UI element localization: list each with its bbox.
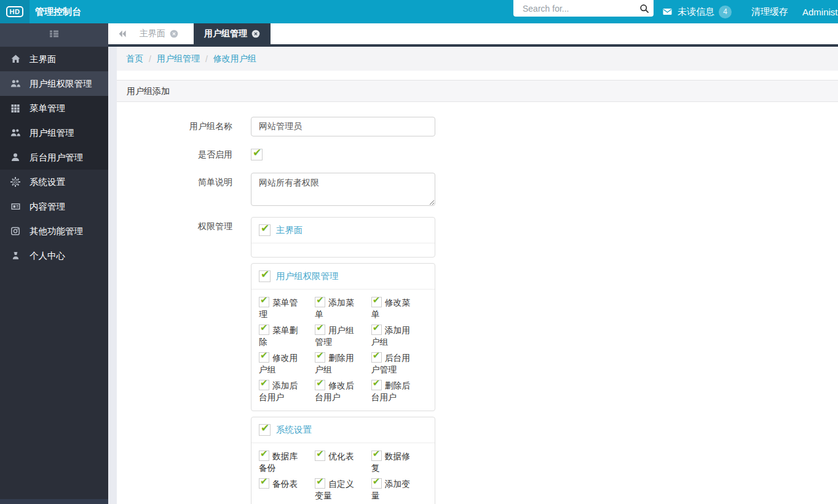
checkbox-checked[interactable] <box>259 380 269 390</box>
checkbox-checked[interactable] <box>259 424 271 436</box>
checkbox-checked[interactable] <box>259 297 269 307</box>
permission-item[interactable]: 菜单删除 <box>259 325 315 348</box>
search-icon[interactable] <box>635 0 654 17</box>
tab[interactable]: 用户组管理 <box>194 23 271 44</box>
checkbox-checked[interactable] <box>259 224 271 236</box>
description-textarea[interactable]: 网站所有者权限 <box>251 173 435 206</box>
checkbox-checked[interactable] <box>371 380 382 390</box>
content-gutter <box>108 47 117 504</box>
permission-group: 主界面 <box>251 217 435 258</box>
home-icon <box>10 54 21 64</box>
permission-group-link[interactable]: 系统设置 <box>276 424 312 436</box>
permission-item[interactable]: 菜单管理 <box>259 297 315 320</box>
permission-group-body: 数据库备份优化表数据修复备份表自定义变量添加变量 <box>251 443 435 504</box>
sidebar-item[interactable]: 内容管理 <box>0 194 108 219</box>
enabled-checkbox[interactable] <box>251 149 263 160</box>
permission-item[interactable]: 后台用户管理 <box>371 352 427 376</box>
clear-cache-button[interactable]: 清理缓存 <box>751 0 788 23</box>
app-title: 管理控制台 <box>35 0 81 23</box>
envelope-icon <box>662 7 673 17</box>
form: 用户组名称 是否启用 简单说明 网站所有者权限 权限管理 主界面用户组权限管理菜… <box>117 102 838 504</box>
checkbox-checked[interactable] <box>259 325 269 335</box>
app-logo[interactable]: HD <box>0 0 30 23</box>
gear-icon <box>10 177 21 187</box>
sidebar-item[interactable]: 菜单管理 <box>0 96 108 120</box>
grid-icon <box>10 103 21 113</box>
checkbox-checked[interactable] <box>259 451 269 461</box>
checkbox-checked[interactable] <box>371 478 382 489</box>
checkbox-checked[interactable] <box>315 478 325 489</box>
permission-item[interactable]: 修改菜单 <box>371 297 427 320</box>
sidebar-item[interactable]: 其他功能管理 <box>0 219 108 243</box>
permission-group-link[interactable]: 主界面 <box>276 224 303 236</box>
checkbox-checked[interactable] <box>371 451 382 461</box>
breadcrumb-link[interactable]: 用户组管理 <box>157 53 200 65</box>
sidebar-item[interactable]: 后台用户管理 <box>0 145 108 170</box>
checkbox-checked[interactable] <box>315 380 325 390</box>
users-icon <box>10 128 21 138</box>
checkbox-checked[interactable] <box>259 270 271 282</box>
tabs-scroll-left-icon[interactable] <box>113 23 132 44</box>
username-menu[interactable]: Administrator <box>802 0 838 23</box>
checkbox-checked[interactable] <box>315 451 325 461</box>
checkbox-checked[interactable] <box>371 297 382 307</box>
permission-item[interactable]: 添加菜单 <box>315 297 371 320</box>
form-panel: 用户组添加 用户组名称 是否启用 简单说明 网站所有者权限 权限管理 主界面用户… <box>117 80 838 504</box>
unread-messages-button[interactable]: 未读信息 4 <box>662 0 732 23</box>
permission-item[interactable]: 修改用户组 <box>259 352 315 376</box>
permission-item[interactable]: 删除后台用户 <box>371 380 427 403</box>
checkbox-checked[interactable] <box>259 352 269 363</box>
profile-icon <box>10 251 21 261</box>
tab-label: 主界面 <box>140 28 165 39</box>
checkbox-checked[interactable] <box>315 297 325 307</box>
checkbox-checked[interactable] <box>315 325 325 335</box>
checkbox-checked[interactable] <box>315 352 325 363</box>
admin-console: HD 管理控制台 未读信息 4 清理缓存 Administrator 主界面用户… <box>0 0 838 504</box>
user-icon <box>10 152 21 162</box>
permission-group: 用户组权限管理菜单管理添加菜单修改菜单菜单删除用户组管理添加用户组修改用户组删除… <box>251 263 435 411</box>
breadcrumb-separator: / <box>149 54 151 64</box>
sidebar-item-label: 菜单管理 <box>30 103 65 114</box>
permission-item[interactable]: 用户组管理 <box>315 325 371 348</box>
group-name-label: 用户组名称 <box>117 117 251 136</box>
sidebar-nav: 主界面用户组权限管理菜单管理用户组管理后台用户管理系统设置内容管理其他功能管理个… <box>0 47 108 499</box>
checkbox-checked[interactable] <box>371 325 382 335</box>
permission-item[interactable]: 添加后台用户 <box>259 380 315 403</box>
sidebar-item[interactable]: 主界面 <box>0 47 108 71</box>
permission-group-link[interactable]: 用户组权限管理 <box>276 270 339 282</box>
tab-close-icon[interactable] <box>251 30 260 38</box>
search-input[interactable] <box>513 4 635 14</box>
permission-item[interactable]: 添加用户组 <box>371 325 427 348</box>
group-name-input[interactable] <box>251 117 435 136</box>
checkbox-checked[interactable] <box>259 478 269 489</box>
sidebar-toggle-button[interactable] <box>0 23 108 47</box>
tab[interactable]: 主界面 <box>132 23 186 44</box>
permission-item[interactable]: 优化表 <box>315 451 371 474</box>
breadcrumb-link[interactable]: 首页 <box>126 53 143 65</box>
sidebar-footer <box>0 499 108 504</box>
permission-item[interactable]: 删除用户组 <box>315 352 371 376</box>
permission-item[interactable]: 添加变量 <box>371 478 427 502</box>
sidebar-item[interactable]: 个人中心 <box>0 243 108 268</box>
permission-item[interactable]: 修改后台用户 <box>315 380 371 403</box>
checkbox-checked[interactable] <box>371 352 382 363</box>
permission-item[interactable]: 数据库备份 <box>259 451 315 474</box>
permission-groups: 主界面用户组权限管理菜单管理添加菜单修改菜单菜单删除用户组管理添加用户组修改用户… <box>251 217 435 504</box>
sidebar-item-label: 内容管理 <box>30 201 65 213</box>
permissions-label: 权限管理 <box>117 217 251 504</box>
sidebar-item[interactable]: 用户组管理 <box>0 120 108 145</box>
permission-group-header: 系统设置 <box>251 417 435 443</box>
permission-group-body <box>251 243 435 257</box>
permission-item[interactable]: 数据修复 <box>371 451 427 474</box>
sidebar-item-label: 个人中心 <box>30 250 65 262</box>
tab-close-icon[interactable] <box>170 30 178 38</box>
permission-group-body: 菜单管理添加菜单修改菜单菜单删除用户组管理添加用户组修改用户组删除用户组后台用户… <box>251 289 435 411</box>
unread-count-badge: 4 <box>719 6 732 18</box>
sidebar-item[interactable]: 用户组权限管理 <box>0 71 108 96</box>
permission-item[interactable]: 自定义变量 <box>315 478 371 502</box>
permission-item[interactable]: 备份表 <box>259 478 315 502</box>
sidebar-item[interactable]: 系统设置 <box>0 170 108 194</box>
tabs-container: 主界面用户组管理 <box>132 23 271 44</box>
breadcrumb-link[interactable]: 修改用户组 <box>213 53 256 65</box>
permissions-row: 权限管理 主界面用户组权限管理菜单管理添加菜单修改菜单菜单删除用户组管理添加用户… <box>117 217 838 504</box>
